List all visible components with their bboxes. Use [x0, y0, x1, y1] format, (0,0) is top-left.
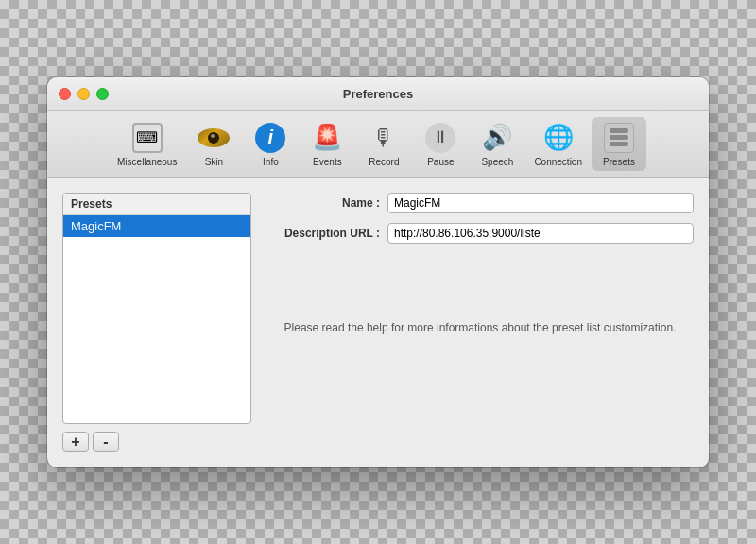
skin-icon — [197, 121, 231, 155]
toolbar-label-speech: Speech — [481, 157, 513, 167]
traffic-lights — [59, 88, 109, 100]
pause-icon: ⏸ — [423, 121, 457, 155]
globe-icon: 🌐 — [541, 121, 576, 155]
toolbar-label-miscellaneous: Miscellaneous — [117, 157, 177, 167]
toolbar-label-record: Record — [369, 157, 399, 167]
url-label: Description URL : — [266, 227, 380, 240]
add-preset-button[interactable]: + — [62, 432, 89, 452]
presets-list-header: Presets — [63, 194, 250, 215]
window-title: Preferences — [343, 87, 413, 101]
toolbar-item-pause[interactable]: ⏸ Pause — [413, 117, 468, 171]
toolbar-label-presets: Presets — [603, 157, 635, 167]
minimize-button[interactable] — [77, 88, 90, 100]
close-button[interactable] — [59, 88, 71, 100]
toolbar-label-pause: Pause — [427, 157, 454, 167]
toolbar-label-info: Info — [263, 157, 279, 167]
siren-icon: 🚨 — [310, 121, 344, 155]
toolbar-item-miscellaneous[interactable]: ⌨ Miscellaneous — [110, 117, 184, 171]
toolbar-item-connection[interactable]: 🌐 Connection — [526, 117, 590, 171]
toolbar-label-skin: Skin — [205, 157, 223, 167]
toolbar: ⌨ Miscellaneous Skin i Info 🚨 — [47, 111, 709, 178]
presets-buttons: + - — [62, 432, 251, 452]
presets-panel: Presets MagicFM + - — [62, 193, 251, 452]
remove-preset-button[interactable]: - — [93, 432, 119, 452]
details-panel: Name : Description URL : Please read the… — [266, 193, 694, 452]
toolbar-item-speech[interactable]: 🔊 Speech — [470, 117, 524, 171]
name-input[interactable] — [387, 193, 694, 213]
help-text: Please read the help for more informatio… — [266, 319, 694, 337]
presets-list-item[interactable]: MagicFM — [63, 215, 250, 237]
url-input[interactable] — [387, 223, 694, 244]
titlebar: Preferences — [47, 77, 709, 111]
toolbar-item-presets[interactable]: Presets — [592, 117, 646, 171]
misc-icon: ⌨ — [130, 121, 164, 155]
presets-list-container: Presets MagicFM — [62, 193, 251, 424]
info-icon: i — [253, 121, 287, 155]
mic-icon: 🎙 — [367, 121, 401, 155]
db-icon — [602, 121, 636, 155]
maximize-button[interactable] — [96, 88, 109, 100]
toolbar-item-skin[interactable]: Skin — [186, 117, 241, 171]
url-field-row: Description URL : — [266, 223, 694, 244]
name-label: Name : — [266, 196, 380, 210]
main-content: Presets MagicFM + - Name : Description U… — [47, 178, 709, 468]
toolbar-item-record[interactable]: 🎙 Record — [356, 117, 411, 171]
toolbar-item-events[interactable]: 🚨 Events — [300, 117, 354, 171]
toolbar-label-connection: Connection — [534, 157, 582, 167]
toolbar-label-events: Events — [313, 157, 342, 167]
name-field-row: Name : — [266, 193, 694, 213]
presets-list[interactable]: MagicFM — [63, 215, 250, 423]
speaker-icon: 🔊 — [480, 121, 514, 155]
preferences-window: Preferences ⌨ Miscellaneous Skin i — [47, 77, 709, 468]
toolbar-item-info[interactable]: i Info — [243, 117, 298, 171]
